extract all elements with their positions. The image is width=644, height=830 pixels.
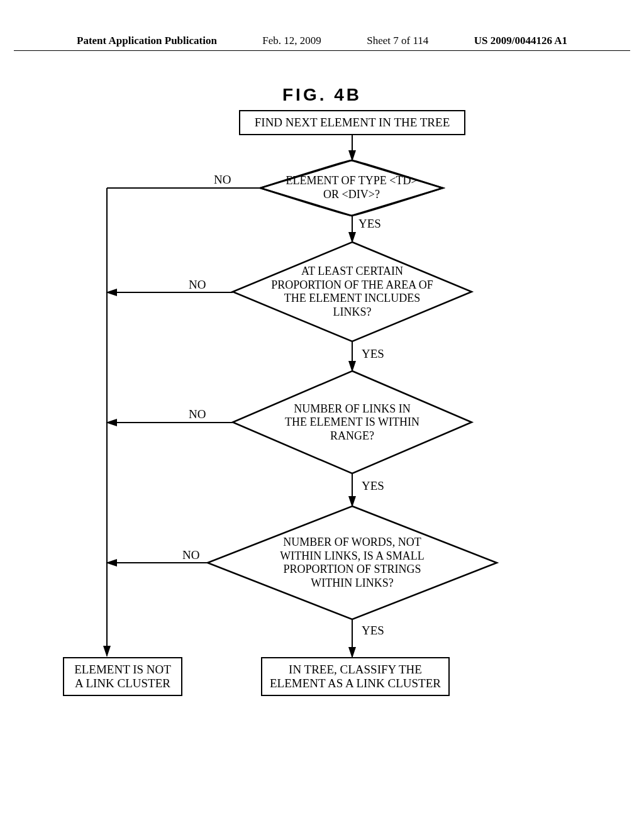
process-find-next: FIND NEXT ELEMENT IN THE TREE bbox=[239, 110, 465, 135]
decision-word-proportion: NUMBER OF WORDS, NOT WITHIN LINKS, IS A … bbox=[208, 506, 497, 619]
d2-no-label: NO bbox=[189, 278, 206, 292]
publication-label: Patent Application Publication bbox=[77, 35, 217, 47]
d4-no-label: NO bbox=[182, 548, 199, 562]
decision-area-proportion-text: AT LEAST CERTAIN PROPORTION OF THE AREA … bbox=[270, 265, 434, 319]
decision-word-proportion-text: NUMBER OF WORDS, NOT WITHIN LINKS, IS A … bbox=[267, 536, 437, 590]
process-not-text: ELEMENT IS NOT A LINK CLUSTER bbox=[70, 663, 175, 690]
decision-element-type-text: ELEMENT OF TYPE <TD> OR <DIV>? bbox=[279, 174, 424, 201]
sheet-number: Sheet 7 of 114 bbox=[367, 35, 428, 47]
process-not-link-cluster: ELEMENT IS NOT A LINK CLUSTER bbox=[63, 657, 182, 696]
page-header: Patent Application Publication Feb. 12, … bbox=[14, 35, 630, 51]
figure-title: FIG. 4B bbox=[282, 85, 362, 105]
decision-area-proportion: AT LEAST CERTAIN PROPORTION OF THE AREA … bbox=[233, 242, 472, 341]
decision-link-count-text: NUMBER OF LINKS IN THE ELEMENT IS WITHIN… bbox=[283, 402, 421, 443]
d3-no-label: NO bbox=[189, 407, 206, 421]
decision-link-count: NUMBER OF LINKS IN THE ELEMENT IS WITHIN… bbox=[233, 371, 472, 473]
process-find-next-text: FIND NEXT ELEMENT IN THE TREE bbox=[255, 116, 450, 130]
d4-yes-label: YES bbox=[362, 624, 384, 638]
publication-number: US 2009/0044126 A1 bbox=[474, 35, 567, 47]
process-classify-link-cluster: IN TREE, CLASSIFY THE ELEMENT AS A LINK … bbox=[261, 657, 450, 696]
decision-element-type: ELEMENT OF TYPE <TD> OR <DIV>? bbox=[260, 160, 443, 216]
publication-date: Feb. 12, 2009 bbox=[262, 35, 321, 47]
d1-no-label: NO bbox=[214, 173, 231, 187]
d1-yes-label: YES bbox=[358, 217, 381, 231]
d2-yes-label: YES bbox=[362, 347, 384, 361]
d3-yes-label: YES bbox=[362, 479, 384, 493]
process-classify-text: IN TREE, CLASSIFY THE ELEMENT AS A LINK … bbox=[269, 663, 442, 690]
